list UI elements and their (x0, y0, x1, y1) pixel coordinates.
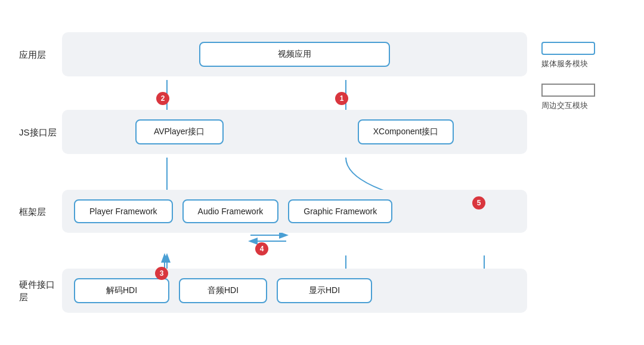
diagram-wrapper: 1 2 3 4 5 应用层 视频应用 JS接口层 AVPlayer接口 (0, 18, 644, 327)
avplayer-box: AVPlayer接口 (135, 119, 224, 144)
xcomponent-box: XComponent接口 (358, 119, 454, 144)
spacer-1 (62, 81, 527, 110)
app-layer-label: 应用层 (19, 48, 62, 61)
layers-stack: 应用层 视频应用 JS接口层 AVPlayer接口 XComponent接口 框… (19, 32, 527, 313)
legend-media: 媒体服务模块 (541, 42, 625, 69)
player-framework-box: Player Framework (74, 199, 173, 223)
badge-3: 3 (155, 267, 168, 280)
app-layer-content: 视频应用 (62, 32, 527, 76)
diagram-container: 1 2 3 4 5 应用层 视频应用 JS接口层 AVPlayer接口 (19, 32, 527, 313)
js-layer: JS接口层 AVPlayer接口 XComponent接口 (19, 110, 527, 154)
hardware-layer-content: 解码HDI 音频HDI 显示HDI (62, 269, 527, 313)
graphic-framework-box: Graphic Framework (288, 199, 392, 223)
legend-media-box (541, 42, 595, 55)
app-video-box: 视频应用 (199, 42, 390, 67)
badge-4: 4 (255, 242, 268, 255)
spacer-3 (62, 238, 527, 269)
display-hdi-box: 显示HDI (277, 278, 372, 303)
framework-layer-content: Player Framework Audio Framework Graphic… (62, 190, 527, 233)
legend: 媒体服务模块 周边交互模块 (541, 32, 625, 111)
js-layer-content: AVPlayer接口 XComponent接口 (62, 110, 527, 154)
legend-peripheral-label: 周边交互模块 (541, 100, 588, 111)
spacer-2 (62, 159, 527, 190)
badge-2: 2 (156, 92, 169, 105)
framework-layer: 框架层 Player Framework Audio Framework Gra… (19, 190, 527, 233)
decode-hdi-box: 解码HDI (74, 278, 169, 303)
badge-1: 1 (335, 92, 348, 105)
legend-media-label: 媒体服务模块 (541, 58, 588, 69)
audio-hdi-box: 音频HDI (179, 278, 267, 303)
framework-layer-label: 框架层 (19, 205, 62, 218)
audio-framework-box: Audio Framework (182, 199, 279, 223)
app-layer: 应用层 视频应用 (19, 32, 527, 76)
js-layer-label: JS接口层 (19, 126, 62, 138)
legend-peripheral: 周边交互模块 (541, 84, 625, 111)
badge-5: 5 (472, 196, 485, 210)
legend-peripheral-box (541, 84, 595, 97)
hardware-layer-label: 硬件接口层 (19, 278, 62, 303)
hardware-layer: 硬件接口层 解码HDI 音频HDI 显示HDI (19, 269, 527, 313)
